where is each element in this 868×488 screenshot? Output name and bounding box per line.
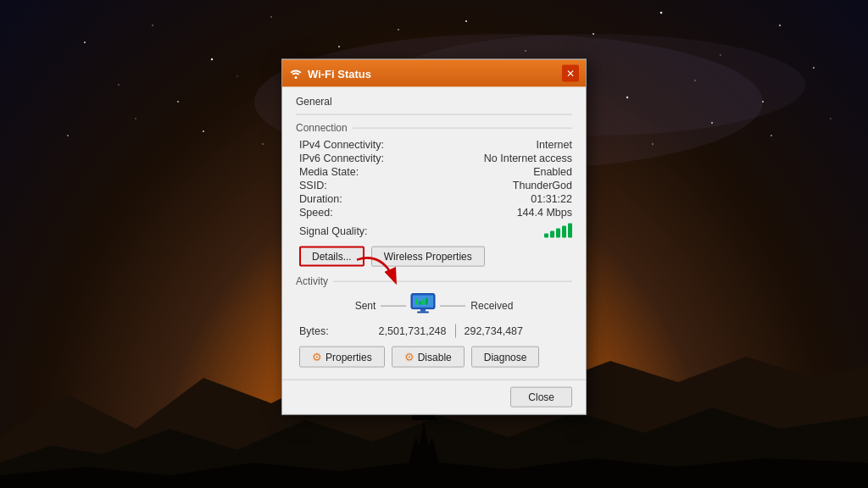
wifi-status-dialog: Wi-Fi Status ✕ General Connection IPv4 C…: [281, 59, 587, 415]
dialog-footer: Close: [282, 380, 586, 414]
disable-button[interactable]: ⚙ Disable: [392, 347, 465, 368]
svg-point-35: [771, 135, 772, 136]
svg-point-26: [203, 130, 204, 132]
bytes-label: Bytes:: [299, 325, 342, 337]
disable-label: Disable: [418, 351, 452, 363]
signal-quality-label: Signal Quality:: [299, 225, 544, 236]
connection-label: Connection: [296, 122, 348, 134]
bar-2: [550, 231, 554, 238]
bar-3: [556, 229, 560, 238]
svg-point-12: [813, 67, 815, 69]
duration-value: 01:31:22: [401, 193, 572, 205]
wireless-properties-button[interactable]: Wireless Properties: [371, 247, 485, 267]
svg-point-6: [465, 20, 467, 22]
ipv4-label: IPv4 Connectivity:: [299, 139, 401, 151]
svg-point-2: [211, 58, 213, 60]
svg-point-3: [270, 16, 271, 17]
svg-point-11: [779, 25, 781, 26]
svg-point-36: [830, 118, 831, 119]
svg-point-44: [295, 76, 298, 79]
properties-icon: ⚙: [312, 351, 322, 363]
diagnose-button[interactable]: Diagnose: [471, 347, 540, 368]
media-state-value: Enabled: [401, 166, 572, 178]
dialog-titlebar: Wi-Fi Status ✕: [282, 60, 586, 87]
svg-point-9: [660, 12, 663, 14]
svg-point-24: [67, 135, 69, 136]
ssid-label: SSID:: [299, 180, 401, 191]
bytes-received-value: 292,734,487: [456, 325, 570, 337]
details-buttons-row: Details... Wireless Properties: [299, 247, 572, 267]
ssid-value: ThunderGod: [401, 180, 572, 191]
footer-close-button[interactable]: Close: [510, 387, 572, 408]
wifi-icon: [289, 67, 303, 80]
bottom-buttons-row: ⚙ Properties ⚙ Disable Diagnose: [299, 347, 572, 368]
dialog-body: General Connection IPv4 Connectivity: In…: [282, 87, 586, 380]
general-separator: [296, 114, 572, 115]
svg-rect-52: [420, 309, 426, 312]
svg-point-0: [84, 42, 86, 43]
bar-5: [568, 224, 572, 238]
dialog-title: Wi-Fi Status: [308, 67, 557, 80]
svg-point-5: [398, 29, 399, 30]
svg-point-4: [338, 46, 340, 47]
properties-label: Properties: [326, 351, 372, 363]
svg-rect-53: [417, 312, 429, 313]
svg-point-25: [135, 118, 136, 119]
disable-icon: ⚙: [404, 351, 415, 363]
connection-info-grid: IPv4 Connectivity: Internet IPv6 Connect…: [299, 139, 572, 219]
svg-point-1: [152, 25, 153, 26]
activity-section-header: Activity: [296, 275, 572, 287]
bytes-sent-value: 2,501,731,248: [342, 325, 455, 337]
svg-rect-48: [415, 299, 418, 305]
signal-quality-row: Signal Quality:: [299, 224, 572, 238]
bar-1: [544, 234, 548, 238]
received-line: [440, 305, 465, 306]
sent-line: [381, 305, 406, 306]
svg-point-15: [236, 75, 237, 76]
activity-line: [333, 280, 572, 281]
ipv6-value: No Internet access: [401, 152, 572, 164]
bar-4: [562, 226, 566, 238]
connection-line: [353, 127, 572, 128]
svg-point-27: [262, 143, 264, 145]
general-label: General: [296, 96, 572, 108]
close-button[interactable]: ✕: [562, 65, 579, 82]
received-label: Received: [470, 300, 513, 312]
svg-point-14: [177, 101, 179, 103]
ipv4-value: Internet: [401, 139, 572, 151]
signal-bars: [544, 224, 572, 238]
details-button[interactable]: Details...: [299, 247, 364, 267]
media-state-label: Media State:: [299, 166, 401, 178]
svg-rect-49: [419, 302, 421, 305]
sent-label: Sent: [355, 300, 376, 312]
activity-label: Activity: [296, 275, 328, 287]
svg-point-13: [118, 84, 120, 86]
activity-icons-row: Sent Received: [296, 292, 572, 319]
svg-rect-51: [426, 298, 428, 305]
speed-value: 144.4 Mbps: [401, 207, 572, 219]
ipv6-label: IPv6 Connectivity:: [299, 152, 401, 164]
speed-label: Speed:: [299, 207, 401, 219]
network-icon: [406, 292, 440, 319]
bytes-row: Bytes: 2,501,731,248 292,734,487: [296, 324, 572, 338]
properties-button[interactable]: ⚙ Properties: [299, 347, 385, 368]
svg-rect-50: [422, 300, 425, 305]
activity-section: Activity Sent: [296, 275, 572, 338]
duration-label: Duration:: [299, 193, 401, 205]
connection-section-header: Connection: [296, 122, 572, 134]
